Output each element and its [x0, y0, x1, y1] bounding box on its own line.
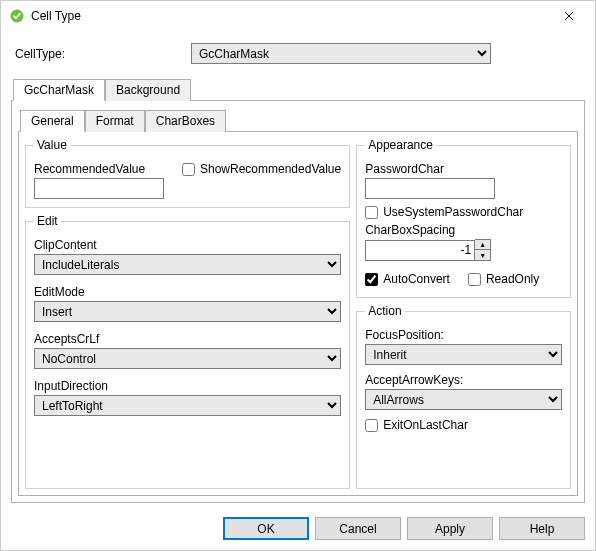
cancel-button[interactable]: Cancel: [315, 517, 401, 540]
tab-gccharmask[interactable]: GcCharMask: [13, 79, 105, 101]
acceptarrowkeys-label: AcceptArrowKeys:: [365, 373, 562, 387]
show-recommended-checkbox[interactable]: ShowRecommendedValue: [182, 162, 341, 176]
readonly-label: ReadOnly: [486, 272, 539, 286]
dialog-buttons: OK Cancel Apply Help: [1, 507, 595, 550]
action-legend: Action: [365, 304, 404, 318]
inputdirection-select[interactable]: LeftToRight: [34, 395, 341, 416]
right-column: Appearance PasswordChar UseSystemPasswor…: [356, 138, 571, 489]
titlebar: Cell Type: [1, 1, 595, 31]
tab-background[interactable]: Background: [105, 79, 191, 101]
passwordchar-label: PasswordChar: [365, 162, 562, 176]
editmode-label: EditMode: [34, 285, 341, 299]
passwordchar-input[interactable]: [365, 178, 495, 199]
action-group: Action FocusPosition: Inherit AcceptArro…: [356, 304, 571, 489]
tab-general[interactable]: General: [20, 110, 85, 132]
value-legend: Value: [34, 138, 70, 152]
left-column: Value RecommendedValue ShowRecommendedVa…: [25, 138, 350, 489]
autoconvert-checkbox[interactable]: AutoConvert: [365, 272, 450, 286]
usesystempasswordchar-checkbox[interactable]: UseSystemPasswordChar: [365, 205, 562, 219]
apply-button[interactable]: Apply: [407, 517, 493, 540]
acceptscrlf-label: AcceptsCrLf: [34, 332, 341, 346]
app-icon: [9, 8, 25, 24]
appearance-group: Appearance PasswordChar UseSystemPasswor…: [356, 138, 571, 298]
clipcontent-select[interactable]: IncludeLiterals: [34, 254, 341, 275]
charboxspacing-input[interactable]: [365, 240, 475, 261]
charboxspacing-spinner: ▲ ▼: [365, 239, 562, 261]
autoconvert-label: AutoConvert: [383, 272, 450, 286]
tab-charboxes[interactable]: CharBoxes: [145, 110, 226, 132]
spin-up-icon[interactable]: ▲: [475, 240, 490, 250]
tab-format[interactable]: Format: [85, 110, 145, 132]
content-area: CellType: GcCharMask GcCharMask Backgrou…: [1, 31, 595, 507]
outer-tabs: GcCharMask Background: [11, 78, 585, 101]
inner-tabs: General Format CharBoxes: [18, 109, 578, 132]
ok-button[interactable]: OK: [223, 517, 309, 540]
inputdirection-label: InputDirection: [34, 379, 341, 393]
acceptscrlf-select[interactable]: NoControl: [34, 348, 341, 369]
appearance-legend: Appearance: [365, 138, 436, 152]
show-recommended-label: ShowRecommendedValue: [200, 162, 341, 176]
celltype-select[interactable]: GcCharMask: [191, 43, 491, 64]
value-group: Value RecommendedValue ShowRecommendedVa…: [25, 138, 350, 208]
outer-tabpanel: General Format CharBoxes Value Recommend…: [11, 101, 585, 503]
cell-type-dialog: Cell Type CellType: GcCharMask GcCharMas…: [0, 0, 596, 551]
window-title: Cell Type: [31, 9, 551, 23]
acceptarrowkeys-select[interactable]: AllArrows: [365, 389, 562, 410]
general-panel: Value RecommendedValue ShowRecommendedVa…: [18, 132, 578, 496]
spin-down-icon[interactable]: ▼: [475, 250, 490, 260]
celltype-label: CellType:: [11, 47, 191, 61]
edit-legend: Edit: [34, 214, 61, 228]
recommended-value-label: RecommendedValue: [34, 162, 164, 176]
celltype-row: CellType: GcCharMask: [11, 43, 585, 64]
help-button[interactable]: Help: [499, 517, 585, 540]
readonly-checkbox[interactable]: ReadOnly: [468, 272, 539, 286]
editmode-select[interactable]: Insert: [34, 301, 341, 322]
recommended-value-input[interactable]: [34, 178, 164, 199]
usesystempasswordchar-label: UseSystemPasswordChar: [383, 205, 523, 219]
close-button[interactable]: [551, 2, 587, 30]
focusposition-label: FocusPosition:: [365, 328, 562, 342]
focusposition-select[interactable]: Inherit: [365, 344, 562, 365]
edit-group: Edit ClipContent IncludeLiterals EditMod…: [25, 214, 350, 489]
exitonlastchar-label: ExitOnLastChar: [383, 418, 468, 432]
charboxspacing-label: CharBoxSpacing: [365, 223, 562, 237]
exitonlastchar-checkbox[interactable]: ExitOnLastChar: [365, 418, 562, 432]
clipcontent-label: ClipContent: [34, 238, 341, 252]
